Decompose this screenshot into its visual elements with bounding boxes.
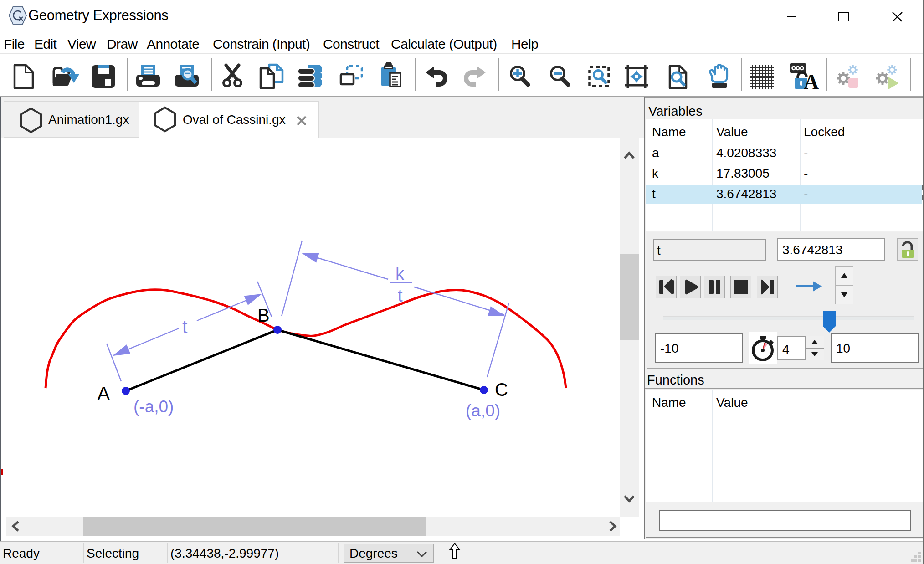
svg-text:A: A bbox=[98, 383, 110, 403]
svg-text:B: B bbox=[257, 305, 270, 325]
svg-text:A: A bbox=[804, 70, 819, 93]
svg-text:k: k bbox=[395, 264, 405, 283]
svg-text:(-a,0): (-a,0) bbox=[133, 397, 174, 416]
svg-text:(a,0): (a,0) bbox=[466, 401, 500, 420]
svg-text:t: t bbox=[182, 316, 188, 337]
svg-text:C: C bbox=[495, 379, 508, 400]
svg-text:t: t bbox=[398, 286, 403, 305]
